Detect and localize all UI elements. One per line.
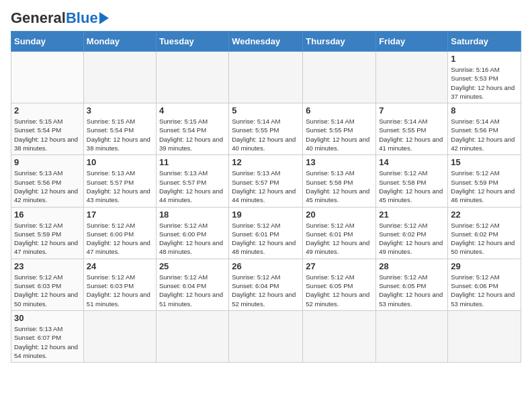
day-info: Sunrise: 5:13 AM Sunset: 5:57 PM Dayligh… xyxy=(87,169,153,204)
calendar-day-cell: 1Sunrise: 5:16 AM Sunset: 5:53 PM Daylig… xyxy=(448,52,521,103)
logo: GeneralBlue xyxy=(11,11,109,26)
calendar-day-cell: 4Sunrise: 5:15 AM Sunset: 5:54 PM Daylig… xyxy=(156,103,228,155)
day-number: 12 xyxy=(232,157,300,167)
logo-triangle-icon xyxy=(99,12,109,24)
calendar-week-row: 1Sunrise: 5:16 AM Sunset: 5:53 PM Daylig… xyxy=(11,52,521,103)
day-info: Sunrise: 5:12 AM Sunset: 6:04 PM Dayligh… xyxy=(232,273,300,308)
weekday-header-cell: Sunday xyxy=(11,32,84,52)
day-number: 29 xyxy=(451,261,518,271)
day-number: 3 xyxy=(87,105,153,116)
day-info: Sunrise: 5:12 AM Sunset: 6:02 PM Dayligh… xyxy=(379,221,445,257)
day-number: 2 xyxy=(14,105,81,116)
day-info: Sunrise: 5:12 AM Sunset: 6:05 PM Dayligh… xyxy=(306,273,373,308)
calendar-day-cell: 17Sunrise: 5:12 AM Sunset: 6:00 PM Dayli… xyxy=(83,207,156,259)
day-info: Sunrise: 5:12 AM Sunset: 6:00 PM Dayligh… xyxy=(159,221,226,257)
calendar-day-cell: 16Sunrise: 5:12 AM Sunset: 5:59 PM Dayli… xyxy=(11,207,84,259)
calendar-day-cell xyxy=(156,310,228,362)
day-info: Sunrise: 5:12 AM Sunset: 6:05 PM Dayligh… xyxy=(379,273,445,308)
day-number: 26 xyxy=(232,261,300,271)
day-number: 18 xyxy=(159,210,226,220)
weekday-header-cell: Thursday xyxy=(303,32,376,52)
calendar-day-cell: 20Sunrise: 5:12 AM Sunset: 6:01 PM Dayli… xyxy=(303,207,376,259)
day-info: Sunrise: 5:12 AM Sunset: 6:02 PM Dayligh… xyxy=(451,221,518,257)
day-info: Sunrise: 5:12 AM Sunset: 5:59 PM Dayligh… xyxy=(451,169,518,204)
day-info: Sunrise: 5:13 AM Sunset: 5:58 PM Dayligh… xyxy=(306,169,373,204)
calendar-day-cell: 29Sunrise: 5:12 AM Sunset: 6:06 PM Dayli… xyxy=(448,259,521,310)
day-info: Sunrise: 5:12 AM Sunset: 5:59 PM Dayligh… xyxy=(14,221,81,257)
day-number: 25 xyxy=(159,261,226,271)
calendar-day-cell: 22Sunrise: 5:12 AM Sunset: 6:02 PM Dayli… xyxy=(448,207,521,259)
calendar-day-cell: 5Sunrise: 5:14 AM Sunset: 5:55 PM Daylig… xyxy=(229,103,303,155)
day-info: Sunrise: 5:15 AM Sunset: 5:54 PM Dayligh… xyxy=(159,117,226,152)
calendar-week-row: 23Sunrise: 5:12 AM Sunset: 6:03 PM Dayli… xyxy=(11,259,521,310)
day-info: Sunrise: 5:12 AM Sunset: 6:04 PM Dayligh… xyxy=(159,273,226,308)
calendar-day-cell: 12Sunrise: 5:13 AM Sunset: 5:57 PM Dayli… xyxy=(229,155,303,207)
day-info: Sunrise: 5:14 AM Sunset: 5:55 PM Dayligh… xyxy=(232,117,300,152)
logo-text: GeneralBlue xyxy=(11,11,98,26)
weekday-header-cell: Tuesday xyxy=(156,32,228,52)
calendar-day-cell: 23Sunrise: 5:12 AM Sunset: 6:03 PM Dayli… xyxy=(11,259,84,310)
calendar-day-cell: 18Sunrise: 5:12 AM Sunset: 6:00 PM Dayli… xyxy=(156,207,228,259)
day-number: 28 xyxy=(379,261,445,271)
day-number: 23 xyxy=(14,261,81,271)
day-number: 16 xyxy=(14,210,81,220)
day-info: Sunrise: 5:12 AM Sunset: 6:06 PM Dayligh… xyxy=(451,273,518,308)
day-info: Sunrise: 5:12 AM Sunset: 6:01 PM Dayligh… xyxy=(306,221,373,257)
calendar-day-cell: 19Sunrise: 5:12 AM Sunset: 6:01 PM Dayli… xyxy=(229,207,303,259)
day-info: Sunrise: 5:15 AM Sunset: 5:54 PM Dayligh… xyxy=(14,117,81,152)
calendar-day-cell: 3Sunrise: 5:15 AM Sunset: 5:54 PM Daylig… xyxy=(83,103,156,155)
day-number: 4 xyxy=(159,105,226,116)
calendar-day-cell xyxy=(376,310,448,362)
day-number: 5 xyxy=(232,105,300,116)
day-info: Sunrise: 5:13 AM Sunset: 5:56 PM Dayligh… xyxy=(14,169,81,204)
logo-blue: Blue xyxy=(66,9,98,26)
calendar-day-cell: 9Sunrise: 5:13 AM Sunset: 5:56 PM Daylig… xyxy=(11,155,84,207)
day-number: 13 xyxy=(306,157,373,167)
logo-general: General xyxy=(11,9,66,26)
day-number: 20 xyxy=(306,210,373,220)
day-number: 27 xyxy=(306,261,373,271)
calendar-day-cell: 6Sunrise: 5:14 AM Sunset: 5:55 PM Daylig… xyxy=(303,103,376,155)
page-header: GeneralBlue xyxy=(11,11,521,26)
calendar-day-cell: 10Sunrise: 5:13 AM Sunset: 5:57 PM Dayli… xyxy=(83,155,156,207)
calendar-day-cell xyxy=(229,52,303,103)
day-number: 7 xyxy=(379,105,445,116)
day-number: 15 xyxy=(451,157,518,167)
day-info: Sunrise: 5:16 AM Sunset: 5:53 PM Dayligh… xyxy=(451,65,518,101)
calendar-day-cell: 7Sunrise: 5:14 AM Sunset: 5:55 PM Daylig… xyxy=(376,103,448,155)
day-info: Sunrise: 5:12 AM Sunset: 6:03 PM Dayligh… xyxy=(14,273,81,308)
calendar-day-cell: 30Sunrise: 5:13 AM Sunset: 6:07 PM Dayli… xyxy=(11,310,84,362)
calendar-day-cell xyxy=(11,52,84,103)
calendar-day-cell: 8Sunrise: 5:14 AM Sunset: 5:56 PM Daylig… xyxy=(448,103,521,155)
calendar-day-cell: 28Sunrise: 5:12 AM Sunset: 6:05 PM Dayli… xyxy=(376,259,448,310)
calendar-day-cell: 25Sunrise: 5:12 AM Sunset: 6:04 PM Dayli… xyxy=(156,259,228,310)
day-info: Sunrise: 5:12 AM Sunset: 6:01 PM Dayligh… xyxy=(232,221,300,257)
day-number: 1 xyxy=(451,54,518,64)
day-info: Sunrise: 5:15 AM Sunset: 5:54 PM Dayligh… xyxy=(87,117,153,152)
day-info: Sunrise: 5:12 AM Sunset: 5:58 PM Dayligh… xyxy=(379,169,445,204)
calendar-day-cell xyxy=(448,310,521,362)
day-info: Sunrise: 5:13 AM Sunset: 5:57 PM Dayligh… xyxy=(159,169,226,204)
calendar-day-cell: 26Sunrise: 5:12 AM Sunset: 6:04 PM Dayli… xyxy=(229,259,303,310)
day-info: Sunrise: 5:12 AM Sunset: 6:00 PM Dayligh… xyxy=(87,221,153,257)
calendar-day-cell xyxy=(303,52,376,103)
calendar-day-cell xyxy=(83,310,156,362)
day-number: 9 xyxy=(14,157,81,167)
day-number: 10 xyxy=(87,157,153,167)
day-number: 14 xyxy=(379,157,445,167)
day-info: Sunrise: 5:13 AM Sunset: 5:57 PM Dayligh… xyxy=(232,169,300,204)
day-number: 6 xyxy=(306,105,373,116)
calendar-day-cell xyxy=(156,52,228,103)
calendar-table: SundayMondayTuesdayWednesdayThursdayFrid… xyxy=(11,31,521,363)
weekday-header-cell: Monday xyxy=(83,32,156,52)
calendar-day-cell xyxy=(376,52,448,103)
calendar-day-cell xyxy=(229,310,303,362)
calendar-day-cell xyxy=(83,52,156,103)
day-number: 30 xyxy=(14,313,81,323)
calendar-day-cell: 14Sunrise: 5:12 AM Sunset: 5:58 PM Dayli… xyxy=(376,155,448,207)
calendar-day-cell: 2Sunrise: 5:15 AM Sunset: 5:54 PM Daylig… xyxy=(11,103,84,155)
day-number: 24 xyxy=(87,261,153,271)
calendar-day-cell: 27Sunrise: 5:12 AM Sunset: 6:05 PM Dayli… xyxy=(303,259,376,310)
calendar-week-row: 2Sunrise: 5:15 AM Sunset: 5:54 PM Daylig… xyxy=(11,103,521,155)
day-info: Sunrise: 5:14 AM Sunset: 5:56 PM Dayligh… xyxy=(451,117,518,152)
